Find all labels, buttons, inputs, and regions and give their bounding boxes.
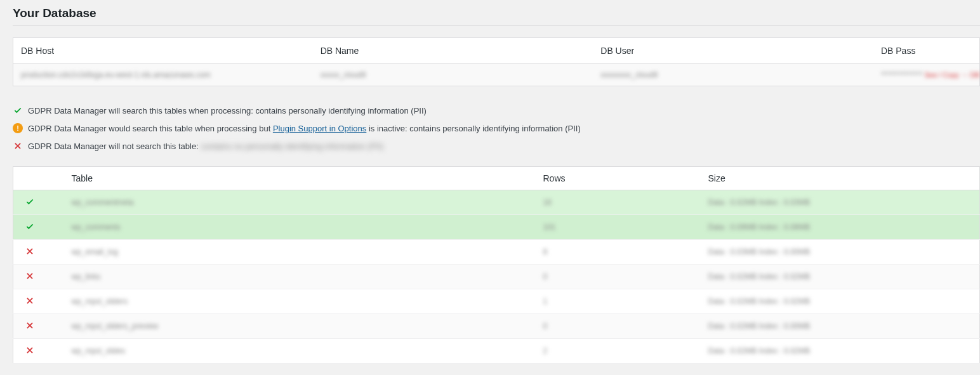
table-rows: 2 [543,346,548,355]
legend-warn: ! GDPR Data Manager would search this ta… [13,119,980,137]
table-row: wp_commentmeta16Data : 0.02MB Index : 0.… [13,190,980,215]
table-row: wp_mpsl_sliders_preview0Data : 0.02MB In… [13,314,980,339]
col-header-status [13,167,64,190]
legend-no: GDPR Data Manager will not search this t… [13,137,980,155]
col-header-dbhost: DB Host [13,38,313,64]
table-rows: 8 [543,247,548,256]
col-header-size: Size [701,167,980,190]
page-title: Your Database [13,6,980,20]
tables-list: Table Rows Size wp_commentmeta16Data : 0… [13,166,980,364]
table-name: wp_links [72,272,101,281]
table-rows: 1 [543,297,548,306]
check-icon [13,105,23,115]
table-size: Data : 0.02MB Index : 0.03MB [708,198,811,207]
table-name: wp_commentmeta [72,198,134,207]
table-row: wp_mpsl_slides2Data : 0.02MB Index : 0.0… [13,339,980,364]
table-rows: 0 [543,322,548,331]
cross-icon [25,320,35,331]
legend-ok-text: GDPR Data Manager will search this table… [28,106,427,115]
dbuser-value: xxxxxxxx_cloud8 [600,70,658,79]
table-size: Data : 0.03MB Index : 0.00MB [708,247,811,256]
dbpass-reveal-link[interactable]: See / Copy → DB [925,71,980,79]
table-rows: 101 [543,223,556,232]
table-name: wp_mpsl_sliders [72,297,128,306]
legend-no-prefix: GDPR Data Manager will not search this t… [28,141,201,151]
table-size: Data : 0.02MB Index : 0.00MB [708,322,811,331]
legend-no-blurred: contains no personally identifying infor… [201,141,383,151]
table-name: wp_mpsl_sliders_preview [72,322,159,331]
table-row: wp_links0Data : 0.02MB Index : 0.02MB [13,265,980,289]
table-row: wp_email_log8Data : 0.03MB Index : 0.00M… [13,240,980,265]
cross-icon [25,246,35,256]
table-size: Data : 0.09MB Index : 0.08MB [708,223,811,232]
table-row: wp_comments101Data : 0.09MB Index : 0.08… [13,215,980,240]
col-header-dbuser: DB User [593,38,873,64]
table-name: wp_mpsl_slides [72,346,126,355]
col-header-dbpass: DB Pass [873,38,980,64]
db-connection-row: production.cdx2x1k8xga.eu-west-1.rds.ama… [13,64,980,86]
divider [13,25,980,26]
legend-ok: GDPR Data Manager will search this table… [13,102,980,119]
dbpass-value: ************** [881,70,922,79]
table-size: Data : 0.02MB Index : 0.02MB [708,297,811,306]
plugin-support-link[interactable]: Plugin Support in Options [273,124,366,133]
check-icon [25,221,35,232]
legend-warn-prefix: GDPR Data Manager would search this tabl… [28,124,273,133]
col-header-rows: Rows [536,167,701,190]
table-size: Data : 0.02MB Index : 0.02MB [708,272,811,281]
legend: GDPR Data Manager will search this table… [13,102,980,155]
table-name: wp_email_log [72,247,118,256]
cross-icon [25,296,35,306]
table-size: Data : 0.02MB Index : 0.02MB [708,346,811,355]
check-icon [25,197,35,207]
cross-icon [25,345,35,355]
col-header-dbname: DB Name [313,38,593,64]
table-rows: 0 [543,272,548,281]
warning-icon: ! [13,123,23,133]
table-name: wp_comments [72,223,121,232]
legend-warn-suffix: is inactive: contains personally identif… [366,124,580,133]
dbhost-value: production.cdx2x1k8xga.eu-west-1.rds.ama… [21,70,211,79]
table-row: wp_mpsl_sliders1Data : 0.02MB Index : 0.… [13,289,980,314]
table-rows: 16 [543,198,552,207]
db-connection-table: DB Host DB Name DB User DB Pass producti… [13,37,980,86]
cross-icon [13,141,23,151]
cross-icon [25,271,35,281]
dbname-value: xxxxx_cloud8 [321,70,366,79]
col-header-table: Table [64,167,536,190]
